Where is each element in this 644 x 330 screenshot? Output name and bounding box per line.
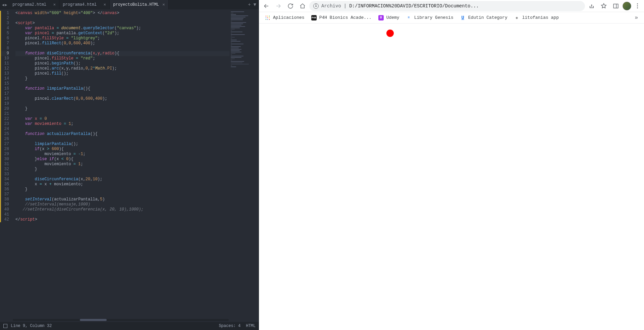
close-icon[interactable]: × [162,2,165,7]
code-content[interactable]: <canvas width="600" height="400"> </canv… [13,9,259,318]
tab-programa2[interactable]: programa2.html × [9,0,59,9]
bookmark-libgen[interactable]: ≡ Library Genesis [404,14,456,22]
red-ball [386,30,394,37]
status-bar: Line 9, Column 32 Spaces: 4 HTML [0,322,259,330]
litofanias-icon: ◉ [514,15,520,20]
tab-next-icon[interactable]: ▶ [5,3,7,7]
new-tab-icon[interactable]: + [248,2,251,7]
browser-viewport [259,23,644,330]
cursor-position: Line 9, Column 32 [11,324,52,328]
share-button[interactable] [586,1,597,11]
browser-toolbar: i Archivo | D:/INFORMACION%20DAVID/ESCRI… [259,0,644,12]
close-icon[interactable]: × [103,2,106,7]
bookmark-p4h[interactable]: P4H P4H Bionics Acade... [309,14,374,22]
edutin-icon: U [460,15,466,20]
tab-label: programa2.html [12,2,46,7]
p4h-icon: P4H [311,15,317,20]
url-prefix: Archivo [321,3,341,9]
bookmark-aplicaciones[interactable]: Aplicaciones [262,14,307,22]
bookmarks-bar: Aplicaciones P4H P4H Bionics Acade... U … [259,12,644,23]
tab-label: proyectoBolita.HTML [113,2,159,7]
tab-bar: ◀ ▶ programa2.html × programa4.html × pr… [0,0,259,9]
side-panel-button[interactable] [610,1,621,11]
apps-icon [265,15,270,20]
language-indicator[interactable]: HTML [246,324,256,328]
tab-label: programa4.html [63,2,97,7]
address-bar[interactable]: i Archivo | D:/INFORMACION%20DAVID/ESCRI… [309,1,585,11]
bookmark-label: litofanias app [522,15,559,20]
menu-button[interactable] [633,1,642,11]
bookmark-edutin[interactable]: U Edutin Category [458,14,510,22]
bookmark-label: Library Genesis [414,15,453,20]
tab-proyectobolita[interactable]: proyectoBolita.HTML × [110,0,169,9]
close-icon[interactable]: × [53,2,56,7]
scrollbar-thumb[interactable] [80,319,107,321]
reload-button[interactable] [285,1,296,11]
star-icon [601,3,607,9]
spaces-indicator[interactable]: Spaces: 4 [219,324,240,328]
tab-controls: + ▼ [245,0,259,9]
profile-avatar[interactable] [623,2,631,10]
tab-prev-icon[interactable]: ◀ [2,3,4,7]
panel-icon[interactable] [3,324,7,328]
arrow-right-icon [275,3,281,9]
svg-rect-0 [613,4,618,8]
code-area[interactable]: 1234567891011121314151617181920212223242… [0,9,259,318]
home-button[interactable] [297,1,308,11]
tab-programa4[interactable]: programa4.html × [59,0,110,9]
share-icon [589,3,595,9]
panel-icon [613,3,619,9]
bookmark-litofanias[interactable]: ◉ litofanias app [512,14,561,22]
url-text: D:/INFORMACION%20DAVID/ESCRITORIO/Docume… [349,3,581,9]
udemy-icon: U [378,15,384,20]
bookmark-label: Aplicaciones [273,15,305,20]
bookmark-label: P4H Bionics Acade... [319,15,372,20]
tab-list-icon[interactable]: ▼ [254,2,256,7]
horizontal-scrollbar[interactable] [0,318,259,322]
bookmark-label: Edutin Category [468,15,507,20]
bookmark-label: Udemy [386,15,399,20]
bookmarks-overflow[interactable]: » [632,15,641,21]
code-editor-pane: ◀ ▶ programa2.html × programa4.html × pr… [0,0,259,330]
site-info-icon[interactable]: i [313,3,319,9]
reload-icon [287,3,293,9]
libgen-icon: ≡ [406,15,412,20]
line-gutter: 1234567891011121314151617181920212223242… [0,9,13,318]
arrow-left-icon [263,3,269,9]
minimap[interactable] [229,9,259,318]
home-icon [300,3,306,9]
tab-nav: ◀ ▶ [0,0,9,9]
back-button[interactable] [261,1,272,11]
forward-button[interactable] [273,1,284,11]
bookmark-button[interactable] [598,1,609,11]
bookmark-udemy[interactable]: U Udemy [376,14,402,22]
browser-pane: i Archivo | D:/INFORMACION%20DAVID/ESCRI… [259,0,644,330]
